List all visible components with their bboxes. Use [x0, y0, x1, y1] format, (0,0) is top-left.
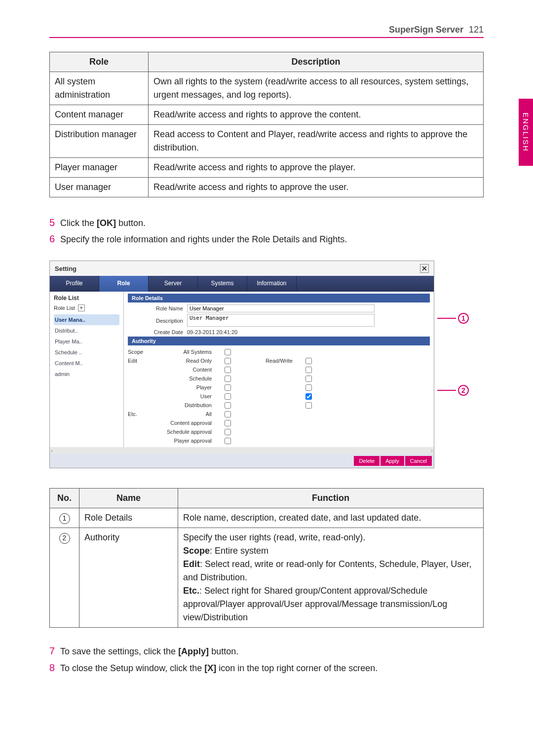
auth-player-readonly-checkbox[interactable]	[225, 384, 231, 391]
delete-button[interactable]: Delete	[354, 456, 380, 466]
etc-item-label: Schedule approval	[157, 429, 217, 435]
desc-cell: Read/write access and rights to approve …	[149, 105, 484, 125]
tab-information[interactable]: Information	[247, 276, 297, 292]
etc-all-checkbox[interactable]	[225, 411, 231, 417]
roles-th-desc: Description	[149, 52, 484, 72]
role-list-item[interactable]: Player Ma..	[54, 336, 119, 347]
role-cell: User manager	[50, 178, 149, 197]
details-pane: Role Details Role Name Description Creat…	[124, 292, 434, 447]
fn-row2-fn: Specify the user rights (read, write, re…	[178, 528, 484, 628]
role-list-item[interactable]: Schedule ..	[54, 347, 119, 358]
doc-title: SuperSign Server	[389, 25, 463, 35]
role-cell: Player manager	[50, 158, 149, 178]
tab-server[interactable]: Server	[149, 276, 198, 292]
fn-row2-line1: Specify the user rights (read, write, re…	[183, 531, 478, 544]
horizontal-scrollbar[interactable]: ‹›	[50, 447, 434, 454]
auth-item-label: Player	[157, 384, 217, 390]
auth-content-readonly-checkbox[interactable]	[225, 367, 231, 373]
fn-row2-no: 2	[50, 528, 79, 628]
readwrite-header-checkbox[interactable]	[305, 358, 312, 364]
step-number: 5	[49, 217, 60, 228]
step-text: Specify the role information and rights …	[60, 233, 484, 246]
etc-schedule approval-checkbox[interactable]	[225, 429, 231, 435]
desc-cell: Own all rights to the system (read/write…	[149, 72, 484, 105]
role-list-item[interactable]: Content M..	[54, 358, 119, 369]
scope-label: Scope	[128, 349, 157, 355]
role-list-title: Role List	[54, 295, 119, 302]
step-number: 6	[49, 233, 60, 245]
fn-th-fn: Function	[178, 489, 484, 508]
auth-distribution-readonly-checkbox[interactable]	[225, 402, 231, 409]
fn-edit-t: : Select read, write or read-only for Co…	[183, 559, 471, 582]
fn-th-no: No.	[50, 489, 79, 508]
fn-edit-b: Edit	[183, 559, 200, 569]
fn-scope-b: Scope	[183, 546, 210, 556]
fn-row1-fn: Role name, description, created date, an…	[178, 508, 484, 528]
auth-content-readwrite-checkbox[interactable]	[305, 367, 312, 373]
scope-all-systems-checkbox[interactable]	[225, 349, 231, 355]
role-name-input[interactable]	[187, 304, 375, 312]
auth-item-label: Distribution	[157, 402, 217, 408]
fn-row1-name: Role Details	[79, 508, 178, 528]
step-text: To close the Setup window, click the [X]…	[60, 662, 484, 675]
auth-user-readonly-checkbox[interactable]	[225, 393, 231, 400]
authority-header: Authority	[128, 337, 430, 345]
role-cell: All system administration	[50, 72, 149, 105]
role-list-pane: Role List Role List + User Mana..Distrib…	[50, 292, 124, 447]
etc-item-label: Content approval	[157, 420, 217, 426]
auth-schedule-readonly-checkbox[interactable]	[225, 376, 231, 382]
edit-label: Edit	[128, 358, 157, 364]
etc-label: Etc.	[128, 411, 157, 417]
etc-player approval-checkbox[interactable]	[225, 438, 231, 444]
tab-role[interactable]: Role	[99, 276, 149, 292]
role-details-header: Role Details	[128, 294, 430, 302]
close-icon[interactable]: ✕	[420, 264, 429, 273]
add-role-icon[interactable]: +	[78, 304, 85, 311]
step-number: 8	[49, 662, 60, 674]
create-date-value: 09-23-2011 20:41:20	[187, 329, 430, 335]
fn-scope-t: : Entire system	[210, 546, 268, 556]
cancel-button[interactable]: Cancel	[405, 456, 432, 466]
callout-2: 2	[437, 385, 469, 396]
role-list-item[interactable]: admin	[54, 369, 119, 379]
auth-item-label: Schedule	[157, 376, 217, 381]
tab-profile[interactable]: Profile	[50, 276, 99, 292]
steps-list-a: 5 Click the [OK] button.6 Specify the ro…	[49, 217, 484, 246]
role-cell: Content manager	[50, 105, 149, 125]
label-create-date: Create Date	[128, 329, 187, 335]
apply-button[interactable]: Apply	[381, 456, 404, 466]
roles-th-role: Role	[50, 52, 149, 72]
etc-item-label: Player approval	[157, 438, 217, 444]
etc-all-label: All	[157, 411, 217, 417]
role-list-item[interactable]: Distribut..	[54, 325, 119, 336]
label-description: Description	[128, 318, 187, 324]
desc-cell: Read access to Content and Player, read/…	[149, 125, 484, 158]
fn-row1-no: 1	[50, 508, 79, 528]
description-input[interactable]	[187, 314, 375, 327]
step-text: To save the settings, click the [Apply] …	[60, 645, 484, 658]
language-tab: ENGLISH	[519, 99, 533, 166]
auth-distribution-readwrite-checkbox[interactable]	[305, 402, 312, 409]
steps-list-b: 7 To save the settings, click the [Apply…	[49, 645, 484, 674]
window-title: Setting	[55, 265, 76, 272]
settings-window: Setting ✕ ProfileRoleServerSystemsInform…	[49, 261, 434, 468]
fn-row2-name: Authority	[79, 528, 178, 628]
auth-user-readwrite-checkbox[interactable]	[305, 393, 312, 400]
step-number: 7	[49, 645, 60, 657]
auth-player-readwrite-checkbox[interactable]	[305, 384, 312, 391]
desc-cell: Read/write access and rights to approve …	[149, 158, 484, 178]
tabs-row: ProfileRoleServerSystemsInformation	[50, 276, 434, 292]
fn-etc-t: : Select right for Shared group/Content …	[183, 586, 447, 622]
desc-cell: Read/write access and rights to approve …	[149, 178, 484, 197]
role-cell: Distribution manager	[50, 125, 149, 158]
etc-content approval-checkbox[interactable]	[225, 420, 231, 426]
fn-etc-b: Etc.	[183, 586, 199, 596]
scope-all-systems: All Systems	[157, 349, 217, 355]
page-number: 121	[469, 25, 484, 35]
tab-systems[interactable]: Systems	[198, 276, 247, 292]
step-text: Click the [OK] button.	[60, 217, 484, 229]
readonly-header-checkbox[interactable]	[225, 358, 231, 364]
auth-schedule-readwrite-checkbox[interactable]	[305, 376, 312, 382]
role-list-item[interactable]: User Mana..	[54, 314, 119, 325]
callout-1: 1	[437, 313, 469, 324]
